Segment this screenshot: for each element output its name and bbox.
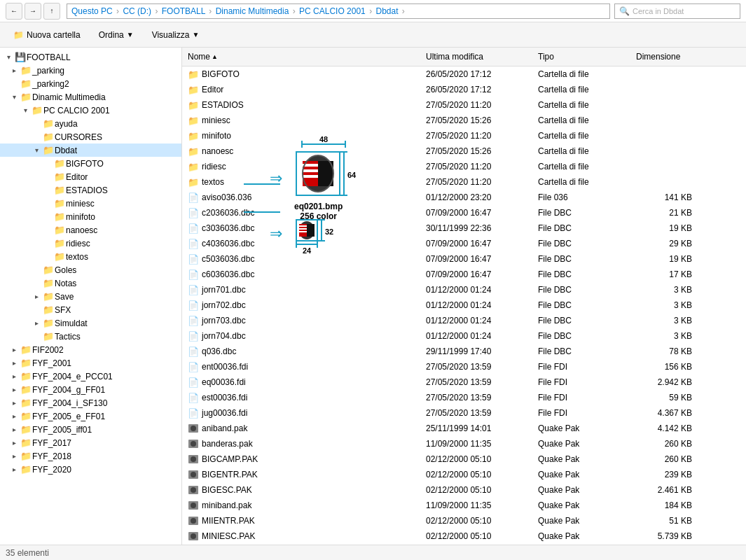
table-row[interactable]: BIGCAMP.PAK02/12/2000 05:10Quake Pak260 …: [182, 451, 746, 467]
table-row[interactable]: 📁ESTADIOS27/05/2020 11:20Cartella di fil…: [182, 97, 746, 113]
file-size-cell: 21 KB: [630, 207, 700, 218]
sidebar-item-fyf2020[interactable]: ▸📁FYF_2020: [0, 463, 181, 476]
sort-button[interactable]: Ordina ▼: [91, 25, 141, 45]
tree-toggle-fyf2004i[interactable]: ▸: [8, 399, 20, 407]
table-row[interactable]: MINIESC.PAK02/12/2000 05:10Quake Pak5.73…: [182, 528, 746, 544]
sidebar-item-fyf2004e[interactable]: ▸📁FYF_2004_e_PCC01: [0, 370, 181, 383]
table-row[interactable]: MIIENTR.PAK02/12/2000 05:10Quake Pak51 K…: [182, 513, 746, 528]
table-row[interactable]: 📁nanoesc27/05/2020 15:26Cartella di file: [182, 144, 746, 159]
sidebar-item-parking[interactable]: ▸📁_parking: [0, 64, 181, 77]
breadcrumb-pc[interactable]: Questo PC: [71, 6, 113, 16]
sidebar-item-fyf2018[interactable]: ▸📁FYF_2018: [0, 449, 181, 463]
sidebar-item-tactics[interactable]: 📁Tactics: [0, 330, 181, 343]
sidebar-item-parking2[interactable]: 📁_parking2: [0, 77, 181, 90]
sidebar-item-notas[interactable]: 📁Notas: [0, 276, 181, 290]
table-row[interactable]: 📄jorn703.dbc01/12/2000 01:24File DBC3 KB: [182, 313, 746, 328]
sidebar-item-bigfoto[interactable]: 📁BIGFOTO: [0, 157, 181, 170]
table-row[interactable]: 📄jorn701.dbc01/12/2000 01:24File DBC3 KB: [182, 282, 746, 298]
address-bar[interactable]: Questo PC › CC (D:) › FOOTBALL › Dinamic…: [67, 4, 610, 19]
tree-toggle-dinamic[interactable]: ▾: [8, 93, 20, 101]
table-row[interactable]: miniband.pak11/09/2000 11:35Quake Pak184…: [182, 498, 746, 513]
table-row[interactable]: BIGESC.PAK02/12/2000 05:10Quake Pak2.461…: [182, 482, 746, 498]
sidebar-item-ayuda[interactable]: 📁ayuda: [0, 117, 181, 130]
table-row[interactable]: 📄est00036.fdi27/05/2020 13:59File FDI59 …: [182, 390, 746, 405]
table-row[interactable]: 📄c2036036.dbc07/09/2000 16:47File DBC21 …: [182, 205, 746, 220]
sidebar-item-fyf2005e[interactable]: ▸📁FYF_2005_e_FF01: [0, 410, 181, 423]
tree-toggle-fyf2004e[interactable]: ▸: [8, 372, 20, 380]
table-row[interactable]: 📁minifoto27/05/2020 11:20Cartella di fil…: [182, 128, 746, 144]
tree-toggle-pccalcio[interactable]: ▾: [20, 106, 31, 114]
breadcrumb-football[interactable]: FOOTBALL: [162, 6, 205, 16]
table-row[interactable]: 📁BIGFOTO26/05/2020 17:12Cartella di file: [182, 66, 746, 82]
sidebar-item-ridiesc[interactable]: 📁ridiesc: [0, 237, 181, 250]
sidebar-item-minifoto[interactable]: 📁minifoto: [0, 210, 181, 223]
sidebar-item-goles[interactable]: 📁Goles: [0, 263, 181, 276]
table-row[interactable]: 📄eq00036.fdi27/05/2020 13:59File FDI2.94…: [182, 374, 746, 390]
table-row[interactable]: 📁Editor26/05/2020 17:12Cartella di file: [182, 82, 746, 97]
sidebar-item-miniesc[interactable]: 📁miniesc: [0, 197, 181, 210]
tree-toggle-fyf2020[interactable]: ▸: [8, 465, 20, 473]
breadcrumb-cc[interactable]: CC (D:): [123, 6, 151, 16]
col-header-date[interactable]: Ultima modifica: [420, 50, 532, 63]
tree-toggle-football[interactable]: ▾: [3, 53, 14, 61]
table-row[interactable]: banderas.pak11/09/2000 11:35Quake Pak260…: [182, 436, 746, 451]
sidebar-item-fyf2004i[interactable]: ▸📁FYF_2004_i_SF130: [0, 396, 181, 410]
sidebar-item-fyf2017[interactable]: ▸📁FYF_2017: [0, 436, 181, 449]
back-button[interactable]: ←: [6, 3, 22, 20]
sidebar-item-estadios[interactable]: 📁ESTADIOS: [0, 183, 181, 197]
tree-toggle-fyf2005i[interactable]: ▸: [8, 426, 20, 433]
sidebar-item-textos[interactable]: 📁textos: [0, 250, 181, 263]
breadcrumb-dinamic[interactable]: Dinamic Multimedia: [216, 6, 289, 16]
tree-toggle-save[interactable]: ▸: [31, 293, 42, 300]
forward-button[interactable]: →: [25, 3, 41, 20]
table-row[interactable]: 📄c4036036.dbc07/09/2000 16:47File DBC29 …: [182, 236, 746, 251]
col-header-type[interactable]: Tipo: [532, 50, 630, 63]
table-row[interactable]: 📁miniesc27/05/2020 15:26Cartella di file: [182, 113, 746, 128]
search-bar[interactable]: 🔍 Cerca in Dbdat: [614, 4, 740, 19]
table-row[interactable]: 📁textos27/05/2020 11:20Cartella di file: [182, 174, 746, 190]
sidebar-item-pccalcio[interactable]: ▾📁PC CALCIO 2001: [0, 104, 181, 117]
table-row[interactable]: 📄c6036036.dbc07/09/2000 16:47File DBC17 …: [182, 267, 746, 282]
tree-toggle-dbdat[interactable]: ▾: [31, 146, 42, 154]
table-row[interactable]: 📄jorn704.dbc01/12/2000 01:24File DBC3 KB: [182, 328, 746, 344]
sidebar-item-dinamic[interactable]: ▾📁Dinamic Multimedia: [0, 90, 181, 104]
sidebar-item-cursores[interactable]: 📁CURSORES: [0, 130, 181, 144]
sidebar-item-editor[interactable]: 📁Editor: [0, 170, 181, 183]
tree-toggle-simuldat[interactable]: ▸: [31, 319, 42, 327]
up-button[interactable]: ↑: [43, 3, 60, 20]
sidebar-item-nanoesc[interactable]: 📁nanoesc: [0, 223, 181, 237]
table-row[interactable]: BIGENTR.PAK02/12/2000 05:10Quake Pak239 …: [182, 467, 746, 482]
col-header-name[interactable]: Nome ▲: [182, 50, 420, 63]
table-row[interactable]: 📄q036.dbc29/11/1999 17:40File DBC78 KB: [182, 344, 746, 359]
sidebar-item-fif2002[interactable]: ▸📁FIF2002: [0, 343, 181, 356]
tree-toggle-fyf2005e[interactable]: ▸: [8, 412, 20, 420]
view-button[interactable]: Visualizza ▼: [144, 25, 207, 45]
breadcrumb-dbdat[interactable]: Dbdat: [375, 6, 398, 16]
sidebar-item-simuldat[interactable]: ▸📁Simuldat: [0, 316, 181, 330]
table-row[interactable]: aniband.pak25/11/1999 14:01Quake Pak4.14…: [182, 421, 746, 436]
table-row[interactable]: 📄aviso036.03601/12/2000 23:20File 036141…: [182, 190, 746, 205]
tree-toggle-fyf2001[interactable]: ▸: [8, 359, 20, 367]
table-row[interactable]: 📄ent00036.fdi27/05/2020 13:59File FDI156…: [182, 359, 746, 374]
table-row[interactable]: MINIFOTO.PAK02/12/2000 05:10Quake Pak1.6…: [182, 544, 746, 545]
new-folder-button[interactable]: 📁 Nuova cartella: [6, 25, 88, 45]
table-row[interactable]: 📄jug00036.fdi27/05/2020 13:59File FDI4.3…: [182, 405, 746, 421]
sidebar-item-fyf2004g[interactable]: ▸📁FYF_2004_g_FF01: [0, 383, 181, 396]
sidebar-item-dbdat[interactable]: ▾📁Dbdat: [0, 144, 181, 157]
sidebar-item-football[interactable]: ▾💾FOOTBALL: [0, 50, 181, 64]
tree-toggle-fyf2004g[interactable]: ▸: [8, 386, 20, 393]
tree-toggle-parking[interactable]: ▸: [8, 66, 20, 74]
table-row[interactable]: 📄jorn702.dbc01/12/2000 01:24File DBC3 KB: [182, 298, 746, 313]
tree-toggle-fif2002[interactable]: ▸: [8, 346, 20, 354]
breadcrumb-pccalcio[interactable]: PC CALCIO 2001: [299, 6, 366, 16]
sidebar-item-fyf2005i[interactable]: ▸📁FYF_2005_iff01: [0, 423, 181, 436]
table-row[interactable]: 📄c3036036.dbc30/11/1999 22:36File DBC19 …: [182, 220, 746, 236]
table-row[interactable]: 📄c5036036.dbc07/09/2000 16:47File DBC19 …: [182, 251, 746, 267]
sidebar-item-save[interactable]: ▸📁Save: [0, 290, 181, 303]
table-row[interactable]: 📁ridiesc27/05/2020 11:20Cartella di file: [182, 159, 746, 174]
col-header-size[interactable]: Dimensione: [630, 50, 700, 63]
tree-toggle-fyf2017[interactable]: ▸: [8, 439, 20, 447]
tree-toggle-fyf2018[interactable]: ▸: [8, 452, 20, 460]
sidebar-item-sfx[interactable]: 📁SFX: [0, 303, 181, 316]
sidebar-item-fyf2001[interactable]: ▸📁FYF_2001: [0, 356, 181, 370]
